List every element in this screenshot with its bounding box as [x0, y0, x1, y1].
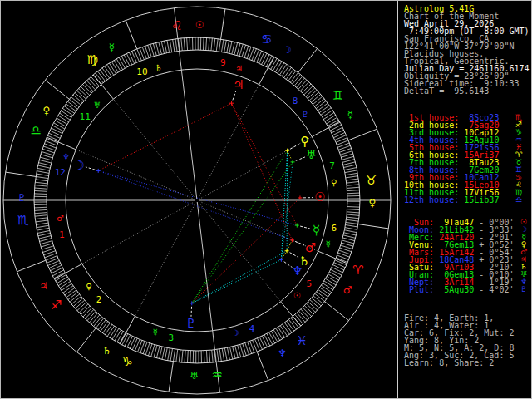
house-cusp-value: 15Lib37	[459, 195, 499, 204]
header-line-11: DeltaT = 95.6143	[404, 87, 530, 95]
chart-wheel: ♈♂♉♀♊☿♋☽♌☉♍☿♎♀♏♇♐♃♑♄♒♅♓♆1♂2♀3☿4☽5☉6☿7♀8♇…	[1, 1, 398, 399]
planet-glyph-pluto: ♇	[185, 316, 196, 331]
sign-ruler-icon-taurus: ♀	[369, 197, 377, 209]
house-ruler-icon-11: ♅	[93, 101, 101, 110]
sign-glyph-gemini: ♊	[332, 88, 343, 103]
sign-ruler-icon-capricorn: ♄	[102, 345, 111, 357]
planet-glyph-uranus: ♅	[306, 147, 317, 162]
planet-position-value: 5Aqu30	[434, 285, 474, 294]
house-number-10: 10	[136, 66, 147, 77]
sign-glyph-leo: ♌	[171, 18, 182, 33]
house-number-6: 6	[331, 223, 337, 234]
sign-ruler-icon-pisces: ♆	[278, 347, 287, 359]
sign-ruler-icon-sagittarius: ♃	[39, 280, 48, 292]
planet-glyph-sun: ☉	[314, 190, 325, 204]
house-ruler-icon-10: ♄	[155, 63, 162, 72]
house-ruler-icon-3: ☿	[152, 328, 157, 337]
house-ruler-icon-5: ☉	[293, 291, 301, 300]
sign-glyph-aquarius: ♒	[212, 367, 223, 382]
planet-row-9: Plut: 5Aqu30 - 4°02'♇	[404, 286, 514, 293]
house-ruler-icon-9: ♃	[235, 64, 243, 73]
planet-glyph-moon: ☽	[74, 158, 85, 173]
sign-glyph-aries: ♈	[352, 263, 363, 278]
planet-label: Plut:	[404, 285, 434, 294]
summary-text: Learn: 8, Share: 2	[404, 358, 494, 367]
planet-velocity: - 4°02'	[474, 285, 514, 294]
element-summary: Fire: 4, Earth: 1,Air : 4, Water: 1Car: …	[404, 314, 514, 367]
astrolog-window: ♈♂♉♀♊☿♋☽♌☉♍☿♎♀♏♇♐♃♑♄♒♅♓♆1♂2♀3☿4☽5☉6☿7♀8♇…	[0, 0, 532, 399]
house-cusp-table: 1st house: 8Sco23♏ 2nd house: 7Sag20♐ 3r…	[404, 114, 499, 204]
sign-glyph-pisces: ♓	[296, 333, 307, 348]
planet-glyph-jupiter: ♃	[233, 77, 244, 92]
house-ruler-icon-2: ♀	[86, 282, 91, 291]
house-number-12: 12	[55, 167, 66, 178]
planet-glyph-neptune: ♆	[292, 264, 303, 278]
house-row-12: 12th house: 15Lib37♎	[404, 196, 499, 204]
planet-icon: ♇	[517, 285, 530, 293]
planet-glyph-venus: ♀	[300, 134, 309, 149]
sign-glyph-taurus: ♉	[366, 173, 377, 188]
sign-glyph-virgo: ♍	[86, 52, 97, 67]
sign-ruler-icon-libra: ♀	[43, 105, 51, 116]
sign-glyph-libra: ♎	[31, 123, 42, 138]
zodiac-sign-icon: ♎	[512, 195, 525, 204]
sign-glyph-sagittarius: ♐	[51, 298, 62, 313]
house-number-9: 9	[220, 57, 226, 68]
house-ruler-icon-7: ♀	[331, 178, 337, 187]
sign-glyph-capricorn: ♑	[122, 354, 133, 369]
house-number-1: 1	[59, 229, 65, 240]
aspect-line-sextile	[287, 150, 288, 251]
info-panel: Astrolog 5.41GChart of the MomentWed Apr…	[404, 1, 530, 399]
sign-ruler-icon-scorpio: ♇	[17, 192, 27, 204]
house-number-5: 5	[307, 278, 313, 289]
house-ruler-icon-6: ☿	[325, 239, 330, 249]
planet-glyph-mercury: ☿	[313, 223, 320, 238]
sign-glyph-scorpio: ♏	[17, 213, 29, 228]
house-number-2: 2	[96, 294, 102, 305]
house-number-11: 11	[80, 111, 91, 122]
sign-ruler-icon-virgo: ☿	[109, 42, 115, 53]
summary-line-6: Learn: 8, Share: 2	[404, 359, 514, 367]
planet-table: Sun: 9Tau47 - 0°00'☉ Moon: 21Lib42 - 3°3…	[404, 219, 514, 293]
house-number-7: 7	[329, 160, 335, 171]
sign-glyph-cancer: ♋	[261, 32, 272, 47]
sign-ruler-icon-aquarius: ♅	[190, 370, 199, 382]
house-number-8: 8	[293, 96, 298, 106]
house-label: 12th house:	[404, 195, 459, 204]
sign-ruler-icon-aries: ♂	[343, 284, 352, 296]
panel-divider	[397, 1, 398, 399]
house-number-3: 3	[168, 332, 174, 343]
house-ruler-icon-8: ♇	[302, 110, 309, 119]
house-ruler-icon-4: ☽	[232, 328, 239, 337]
header-text: DeltaT = 95.6143	[404, 86, 489, 96]
house-ruler-icon-12: ♆	[62, 152, 70, 161]
house-ruler-icon-1: ♂	[57, 214, 64, 223]
sign-ruler-icon-gemini: ☿	[347, 109, 353, 121]
house-number-4: 4	[249, 323, 255, 334]
sign-ruler-icon-leo: ☉	[195, 19, 204, 31]
chart-info-header: Astrolog 5.41GChart of the MomentWed Apr…	[404, 5, 530, 95]
sign-ruler-icon-cancer: ☽	[283, 44, 292, 56]
